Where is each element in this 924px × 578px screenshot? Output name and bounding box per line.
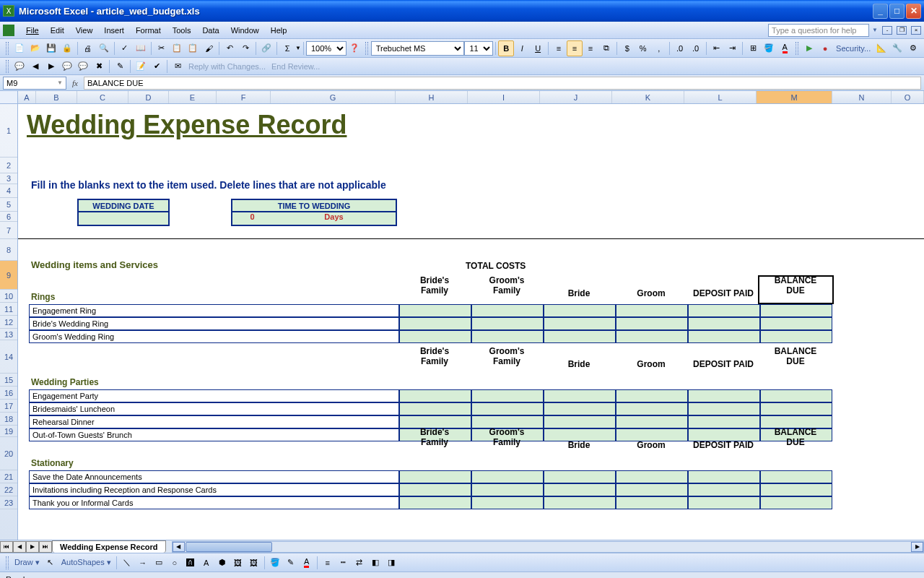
value-cell[interactable] — [399, 402, 471, 415]
autosum-icon[interactable]: Σ — [279, 40, 295, 56]
menu-view[interactable]: View — [70, 24, 99, 37]
autoshapes-menu[interactable]: AutoShapes ▾ — [58, 558, 114, 567]
hyperlink-icon[interactable]: 🔗 — [258, 40, 274, 56]
row-header-22[interactable]: 22 — [0, 483, 17, 496]
scroll-right-button[interactable]: ▶ — [911, 542, 923, 552]
column-header-D[interactable]: D — [128, 91, 169, 103]
item-cell[interactable]: Save the Date Announcements — [29, 470, 399, 483]
open-icon[interactable]: 📂 — [27, 40, 43, 56]
wordart-icon[interactable]: A — [199, 555, 214, 571]
increase-indent-icon[interactable]: ⇥ — [724, 40, 740, 56]
value-cell[interactable] — [616, 402, 688, 415]
paste-icon[interactable]: 📋 — [185, 40, 201, 56]
close-button[interactable]: ✕ — [906, 4, 921, 19]
value-cell[interactable] — [760, 317, 832, 330]
item-cell[interactable]: Invitations including Reception and Resp… — [29, 483, 399, 496]
menu-help[interactable]: Help — [265, 24, 293, 37]
value-cell[interactable] — [399, 304, 471, 317]
spreadsheet-grid[interactable]: 1234567891011121314151617181920212223 We… — [0, 104, 924, 540]
menu-tools[interactable]: Tools — [167, 24, 197, 37]
percent-icon[interactable]: % — [635, 40, 651, 56]
column-header-M[interactable]: M — [757, 91, 832, 103]
row-header-7[interactable]: 7 — [0, 222, 17, 239]
font-dropdown[interactable]: Trebuchet MS — [371, 41, 465, 56]
spelling-icon[interactable]: ✓ — [117, 40, 133, 56]
tab-nav-next[interactable]: ▶ — [26, 541, 39, 553]
value-cell[interactable] — [544, 483, 616, 496]
value-cell[interactable] — [399, 496, 471, 509]
value-cell[interactable] — [544, 389, 616, 402]
row-header-8[interactable]: 8 — [0, 239, 17, 261]
value-cell[interactable] — [688, 415, 760, 428]
value-cell[interactable] — [760, 402, 832, 415]
redo-icon[interactable]: ↷ — [237, 40, 253, 56]
value-cell[interactable] — [399, 470, 471, 483]
item-cell[interactable]: Bridesmaids' Luncheon — [29, 402, 399, 415]
track-changes-icon[interactable]: 📝 — [133, 59, 149, 74]
row-header-19[interactable]: 19 — [0, 426, 17, 437]
copy-icon[interactable]: 📋 — [169, 40, 185, 56]
value-cell[interactable] — [688, 402, 760, 415]
row-header-23[interactable]: 23 — [0, 496, 17, 509]
prev-comment-icon[interactable]: ◀ — [27, 59, 43, 74]
value-cell[interactable] — [544, 496, 616, 509]
row-header-17[interactable]: 17 — [0, 400, 17, 413]
value-cell[interactable] — [616, 304, 688, 317]
row-header-9[interactable]: 9 — [0, 261, 17, 290]
format-painter-icon[interactable]: 🖌 — [201, 40, 217, 56]
rectangle-icon[interactable]: ▭ — [151, 555, 167, 571]
font-color-icon[interactable]: A — [777, 40, 793, 56]
value-cell[interactable] — [399, 330, 471, 343]
value-cell[interactable] — [760, 330, 832, 343]
value-cell[interactable] — [399, 483, 471, 496]
column-header-B[interactable]: B — [36, 91, 77, 103]
row-header-2[interactable]: 2 — [0, 158, 17, 173]
value-cell[interactable] — [688, 304, 760, 317]
value-cell[interactable] — [760, 496, 832, 509]
security-button[interactable]: Security... — [833, 44, 873, 53]
fx-icon[interactable]: fx — [72, 79, 78, 87]
value-cell[interactable] — [688, 496, 760, 509]
value-cell[interactable] — [544, 402, 616, 415]
column-header-H[interactable]: H — [396, 91, 468, 103]
save-icon[interactable]: 💾 — [43, 40, 59, 56]
draw-menu[interactable]: Draw ▾ — [12, 558, 43, 567]
shadow-icon[interactable]: ◧ — [367, 555, 383, 571]
align-left-icon[interactable]: ≡ — [551, 40, 567, 56]
value-cell[interactable] — [688, 330, 760, 343]
select-objects-icon[interactable]: ↖ — [43, 555, 58, 571]
value-cell[interactable] — [688, 483, 760, 496]
print-preview-icon[interactable]: 🔍 — [96, 40, 112, 56]
show-all-comments-icon[interactable]: 💬 — [75, 59, 91, 74]
sheet-tab-active[interactable]: Wedding Expense Record — [52, 540, 166, 553]
value-cell[interactable] — [471, 304, 544, 317]
menu-format[interactable]: Format — [130, 24, 167, 37]
underline-button[interactable]: U — [530, 40, 546, 56]
font-size-dropdown[interactable]: 11 — [464, 41, 493, 56]
value-cell[interactable] — [616, 415, 688, 428]
row-header-5[interactable]: 5 — [0, 198, 17, 212]
column-header-C[interactable]: C — [77, 91, 128, 103]
send-mail-icon[interactable]: ✉ — [170, 59, 186, 74]
play-macro-icon[interactable]: ▶ — [801, 40, 817, 56]
value-cell[interactable] — [688, 470, 760, 483]
show-comment-icon[interactable]: 💬 — [59, 59, 75, 74]
undo-icon[interactable]: ↶ — [222, 40, 237, 56]
accept-change-icon[interactable]: ✔ — [149, 59, 165, 74]
value-cell[interactable] — [471, 483, 544, 496]
merge-center-icon[interactable]: ⧉ — [598, 40, 614, 56]
row-header-1[interactable]: 1 — [0, 104, 17, 158]
textbox-icon[interactable]: 🅰 — [183, 555, 199, 571]
value-cell[interactable] — [471, 470, 544, 483]
value-cell[interactable] — [760, 470, 832, 483]
line-icon[interactable]: ＼ — [119, 555, 135, 571]
tab-nav-first[interactable]: ⏮ — [0, 541, 13, 553]
value-cell[interactable] — [760, 304, 832, 317]
borders-icon[interactable]: ⊞ — [745, 40, 761, 56]
decrease-decimal-icon[interactable]: .0 — [688, 40, 704, 56]
help-icon[interactable]: ❓ — [346, 40, 362, 56]
align-right-icon[interactable]: ≡ — [583, 40, 598, 56]
value-cell[interactable] — [616, 470, 688, 483]
picture-icon[interactable]: 🖼 — [246, 555, 262, 571]
minimize-button[interactable]: _ — [873, 4, 888, 19]
